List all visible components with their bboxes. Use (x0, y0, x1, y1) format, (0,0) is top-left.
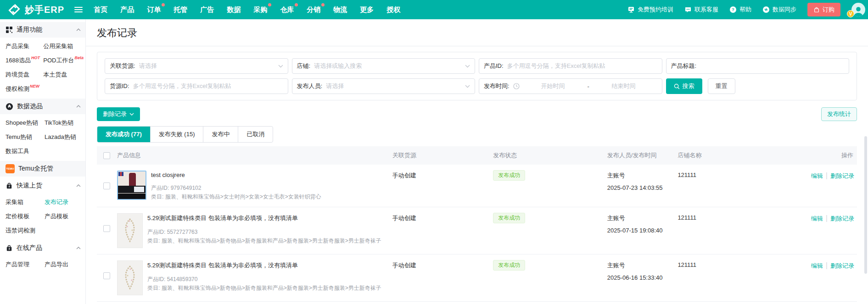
sidebar-item-pod-workbench[interactable]: POD工作台Beta (43, 53, 84, 67)
fire-icon (6, 103, 13, 111)
product-title[interactable]: test closjrere (151, 171, 321, 178)
linked-source: 手动创建 (392, 213, 493, 222)
sidebar-item-banned-word-check[interactable]: 违禁词检测 (6, 223, 45, 238)
source-id-input[interactable]: 货源ID: 多个用逗号分隔，支持Excel复制粘贴 (105, 78, 288, 94)
tab-publish-success[interactable]: 发布成功 (77) (97, 127, 151, 142)
nav-item-more[interactable]: 更多 (353, 0, 380, 19)
chevron-down-icon (129, 113, 134, 116)
sidebar-item-temu-hot[interactable]: Temu热销 (6, 130, 45, 144)
linked-source-select[interactable]: 关联货源: 请选择 (105, 58, 288, 74)
product-id: 产品ID: 5414859370 (147, 275, 381, 284)
edit-link[interactable]: 编辑 (811, 172, 823, 179)
sidebar-item-lazada-hot[interactable]: Lazada热销 (45, 130, 84, 144)
nav-item-authorization[interactable]: 授权 (380, 0, 407, 19)
sidebar-item-crossborder-goods[interactable]: 跨境货盘 (6, 67, 43, 82)
delete-record-link[interactable]: 删除记录 (830, 215, 854, 222)
product-id-input[interactable]: 产品ID: 多个用逗号分隔，支持Excel复制粘贴 (479, 58, 662, 74)
row-checkbox[interactable] (103, 182, 110, 189)
nav-item-data[interactable]: 数据 (220, 0, 247, 19)
linked-source: 手动创建 (392, 260, 493, 270)
sidebar-item-pricing-template[interactable]: 定价模板 (6, 209, 45, 223)
training-monitor-icon (627, 6, 635, 13)
tab-cancelled[interactable]: 已取消 (238, 127, 273, 142)
shop-select[interactable]: 店铺: 请选择或输入搜索 (292, 58, 476, 74)
publisher-select[interactable]: 发布人员: 请选择 (292, 78, 476, 94)
section-title: 快速上货 (17, 182, 42, 190)
product-thumbnail[interactable] (117, 171, 146, 200)
data-sync-link[interactable]: 数据同步 (762, 6, 796, 14)
delete-record-link[interactable]: 删除记录 (830, 172, 854, 179)
nav-item-order[interactable]: 订单 (140, 0, 167, 19)
publish-stats-button[interactable]: 发布统计 (821, 107, 857, 121)
nav-item-logistics[interactable]: 物流 (327, 0, 353, 19)
free-training-link[interactable]: 免费预约培训 (627, 6, 673, 14)
nav-item-ads[interactable]: 广告 (194, 0, 220, 19)
sidebar-item-tiktok-hot[interactable]: TikTok热销 (45, 116, 84, 130)
product-title[interactable]: 5.29测试新建特殊类目 包装清单为非必填项，没有填清单 (147, 214, 381, 222)
sidebar-section-general[interactable]: 通用功能 (0, 22, 85, 38)
col-publisher-time: 发布人员/发布时间 (607, 151, 678, 160)
edit-link[interactable]: 编辑 (811, 215, 823, 222)
tab-publish-failed[interactable]: 发布失败 (15) (151, 127, 204, 142)
sidebar-section-data-selection[interactable]: 数据选品 (0, 99, 85, 114)
sidebar-item-collect-box[interactable]: 采集箱 (6, 195, 45, 209)
brand-logo[interactable]: 妙手ERP (7, 3, 64, 17)
vertical-scrollbar[interactable] (864, 136, 867, 274)
contact-support-link[interactable]: 联系客服 (684, 6, 718, 14)
menu-toggle-icon[interactable] (74, 7, 83, 12)
shopping-bag-icon (813, 6, 820, 13)
sidebar-item-local-goods[interactable]: 本土货盘 (43, 67, 84, 82)
subscribe-button[interactable]: 订购 (807, 3, 840, 17)
main-menu: 首页 产品 订单 托管 广告 数据 采购 仓库 分销 物流 更多 授权 (87, 0, 407, 19)
chevron-up-icon (76, 105, 81, 108)
tab-publishing[interactable]: 发布中 (203, 127, 238, 142)
sidebar-section-temu-managed[interactable]: TEMU Temu全托管 (0, 161, 85, 177)
nav-item-home[interactable]: 首页 (87, 0, 114, 19)
table-header: 产品信息 关联货源 发布状态 发布人员/发布时间 店铺名称 操作 (97, 146, 857, 165)
delete-records-dropdown-button[interactable]: 删除记录 (97, 107, 140, 121)
product-title[interactable]: 5.29测试新建特殊类目 包装清单为非必填项，没有填清单 (147, 261, 381, 270)
sidebar-items-general: 产品采集 公用采集箱 1688选品HOT POD工作台Beta 跨境货盘 本土货… (0, 39, 85, 99)
sidebar-item-product-manage[interactable]: 产品管理 (6, 257, 45, 271)
chevron-down-icon (465, 65, 470, 68)
nav-item-purchase[interactable]: 采购 (247, 0, 274, 19)
nav-item-distribution[interactable]: 分销 (300, 0, 327, 19)
sidebar-item-product-collect[interactable]: 产品采集 (6, 39, 43, 53)
section-title: 通用功能 (17, 26, 42, 34)
end-time-placeholder: 结束时间 (590, 82, 657, 90)
search-button[interactable]: 搜索 (666, 78, 702, 94)
user-avatar[interactable]: V (851, 3, 865, 17)
sidebar-item-public-collect-box[interactable]: 公用采集箱 (43, 39, 84, 53)
product-thumbnail[interactable] (117, 213, 143, 248)
delete-record-link[interactable]: 删除记录 (830, 262, 854, 269)
row-checkbox[interactable] (103, 272, 110, 279)
sidebar-item-publish-records[interactable]: 发布记录 (45, 195, 84, 209)
section-title: 数据选品 (17, 102, 43, 111)
sidebar-section-quick-listing[interactable]: 快速上货 (0, 178, 85, 193)
publish-time-range-picker[interactable]: 发布时间: 开始时间 - 结束时间 (479, 78, 662, 94)
product-title-input[interactable]: 产品标题: (666, 58, 850, 74)
reset-button[interactable]: 重置 (708, 78, 735, 94)
sidebar-section-online-products[interactable]: 在线产品 (0, 240, 85, 256)
publisher: 主账号 (607, 214, 678, 222)
help-link[interactable]: ? 帮助 (729, 6, 751, 14)
nav-item-product[interactable]: 产品 (114, 0, 140, 19)
nav-item-warehouse[interactable]: 仓库 (274, 0, 300, 19)
sidebar-item-product-template[interactable]: 产品模板 (45, 209, 84, 223)
sidebar-item-1688-selection[interactable]: 1688选品HOT (6, 53, 43, 67)
page-title: 发布记录 (86, 19, 868, 46)
sidebar-item-infringement-check[interactable]: 侵权检测NEW (6, 82, 43, 96)
nav-item-hosting[interactable]: 托管 (167, 0, 194, 19)
sidebar-item-shopee-hot[interactable]: Shopee热销 (6, 116, 45, 130)
sidebar-item-data-tools[interactable]: 数据工具 (6, 144, 45, 158)
bag-lightning-icon (6, 244, 13, 252)
col-shop-name: 店铺名称 (678, 151, 802, 160)
edit-link[interactable]: 编辑 (811, 262, 823, 269)
col-actions: 操作 (802, 151, 857, 160)
row-checkbox[interactable] (103, 225, 110, 232)
section-title: 在线产品 (17, 244, 42, 252)
select-all-checkbox[interactable] (103, 152, 110, 159)
product-thumbnail[interactable] (117, 260, 143, 295)
publisher: 主账号 (607, 261, 678, 270)
sidebar-item-product-export[interactable]: 产品导出 (45, 257, 84, 271)
